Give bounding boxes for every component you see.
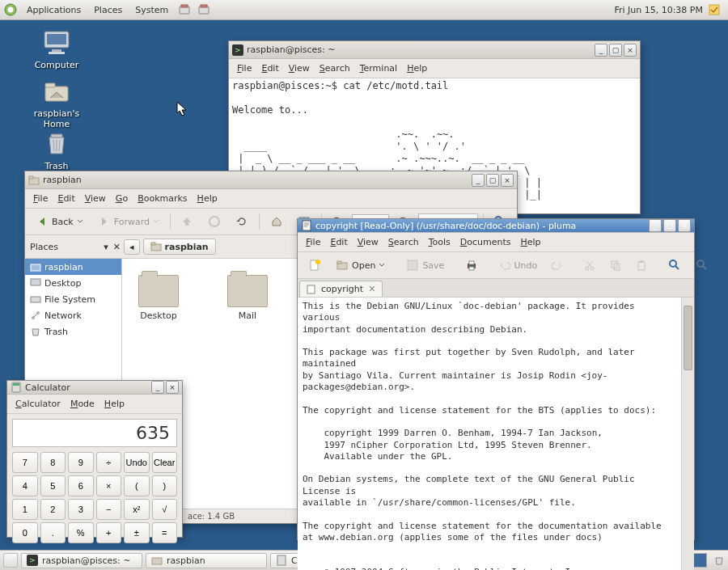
menu-edit[interactable]: Edit [258,61,281,75]
applications-menu[interactable]: Applications [23,2,84,18]
up-button[interactable] [175,212,199,231]
show-desktop-button[interactable] [3,553,18,568]
calc-key-11[interactable]: ) [152,475,178,496]
places-header[interactable]: Places [30,242,58,252]
maximize-button[interactable]: ▢ [609,44,622,57]
trash-applet-icon[interactable] [713,555,725,566]
calc-key-9[interactable]: × [96,475,122,496]
calc-key-20[interactable]: % [68,522,94,543]
system-menu[interactable]: System [132,2,171,18]
calc-key-23[interactable]: = [152,522,178,543]
close-button[interactable]: × [501,174,514,187]
calc-key-21[interactable]: + [96,522,122,543]
maximize-button[interactable]: ▢ [486,174,499,187]
calc-key-7[interactable]: 5 [40,475,66,496]
close-sidebar-icon[interactable]: ✕ [113,242,121,252]
calc-key-5[interactable]: Clear [152,452,178,473]
task-filemanager[interactable]: raspbian [146,553,267,568]
pluma-text-area[interactable]: This is the Debian GNU/Linux `doc-debian… [298,298,681,570]
find-button[interactable] [662,255,687,275]
calc-key-8[interactable]: 6 [68,475,94,496]
calc-key-13[interactable]: 2 [40,499,66,520]
cut-button[interactable] [578,256,601,274]
menu-help[interactable]: Help [194,192,221,205]
menu-bookmarks[interactable]: Bookmarks [134,192,190,205]
sidebar-item-filesystem[interactable]: File System [25,291,121,307]
calc-key-2[interactable]: 9 [68,452,94,473]
close-button[interactable]: × [166,381,179,394]
sidebar-item-home[interactable]: raspbian [25,259,121,275]
new-button[interactable] [303,255,327,275]
menu-file[interactable]: File [234,61,255,75]
menu-edit[interactable]: Edit [327,235,350,249]
clock[interactable]: Fri Jun 15, 10:38 PM [614,5,703,15]
folder-mail[interactable]: Mail [227,275,268,321]
menu-view[interactable]: View [82,192,109,205]
folder-desktop[interactable]: Desktop [138,275,179,321]
chevron-down-icon[interactable]: ▾ [104,242,108,252]
calc-titlebar[interactable]: Calculator _ × [7,381,182,395]
paste-button[interactable] [630,256,653,274]
sidebar-item-network[interactable]: Network [25,307,121,323]
menu-documents[interactable]: Documents [457,235,514,249]
home-button[interactable] [265,212,289,231]
path-back-button[interactable]: ◂ [124,239,140,255]
close-tab-icon[interactable]: ✕ [368,284,375,294]
menu-tools[interactable]: Tools [425,235,454,249]
calc-key-17[interactable]: √ [152,499,178,520]
desktop-icon-trash[interactable]: Trash [24,129,89,171]
calc-key-18[interactable]: 0 [12,522,38,543]
notes-applet-icon[interactable] [708,3,721,16]
undo-button[interactable]: Undo [493,256,543,274]
minimize-button[interactable]: _ [151,381,164,394]
fm-titlebar[interactable]: raspbian _ ▢ × [25,171,517,189]
calc-key-12[interactable]: 1 [12,499,38,520]
menu-help[interactable]: Help [404,61,430,75]
launcher-icon-2[interactable] [197,3,210,16]
menu-terminal[interactable]: Terminal [357,61,401,75]
desktop-icon-home[interactable]: raspbian's Home [24,77,89,129]
calc-key-19[interactable]: . [40,522,66,543]
calc-key-4[interactable]: Undo [124,452,150,473]
pluma-titlebar[interactable]: copyright [Read-Only] (/usr/share/doc/do… [298,219,694,233]
calc-key-10[interactable]: ( [124,475,150,496]
menu-file[interactable]: File [303,235,324,249]
desktop-icon-computer[interactable]: Computer [24,28,89,70]
calc-display[interactable]: 635 [12,419,177,447]
calc-key-15[interactable]: − [96,499,122,520]
calc-key-6[interactable]: 4 [12,475,38,496]
launcher-icon-1[interactable] [178,3,191,16]
scrollbar[interactable] [681,298,694,570]
places-menu[interactable]: Places [91,2,125,18]
redo-button[interactable] [546,256,569,274]
calc-key-14[interactable]: 3 [68,499,94,520]
minimize-button[interactable]: _ [595,44,607,57]
tab-copyright[interactable]: copyright ✕ [299,281,383,297]
back-button[interactable]: Back [30,212,89,231]
main-menu-icon[interactable] [4,3,17,16]
copy-button[interactable] [604,256,627,274]
print-button[interactable] [459,255,484,275]
calc-key-16[interactable]: x² [124,499,150,520]
menu-edit[interactable]: Edit [54,192,78,205]
minimize-button[interactable]: _ [649,219,662,232]
menu-help[interactable]: Help [101,397,128,411]
maximize-button[interactable]: ▢ [663,219,676,232]
save-button[interactable]: Save [400,255,450,275]
calc-key-22[interactable]: ± [124,522,150,543]
close-button[interactable]: × [678,219,691,232]
minimize-button[interactable]: _ [472,174,485,187]
menu-calculator[interactable]: Calculator [12,397,64,411]
menu-file[interactable]: File [30,192,51,205]
menu-search[interactable]: Search [385,235,422,249]
stop-button[interactable] [202,212,226,231]
sidebar-item-desktop[interactable]: Desktop [25,275,121,291]
terminal-titlebar[interactable]: > raspbian@pisces: ~ _ ▢ × [229,41,640,59]
reload-button[interactable] [230,212,254,231]
replace-button[interactable] [690,255,714,275]
task-terminal[interactable]: >raspbian@pisces: ~ [21,553,142,568]
menu-search[interactable]: Search [316,61,353,75]
menu-view[interactable]: View [286,61,313,75]
calc-key-3[interactable]: ÷ [96,452,122,473]
menu-go[interactable]: Go [112,192,131,205]
